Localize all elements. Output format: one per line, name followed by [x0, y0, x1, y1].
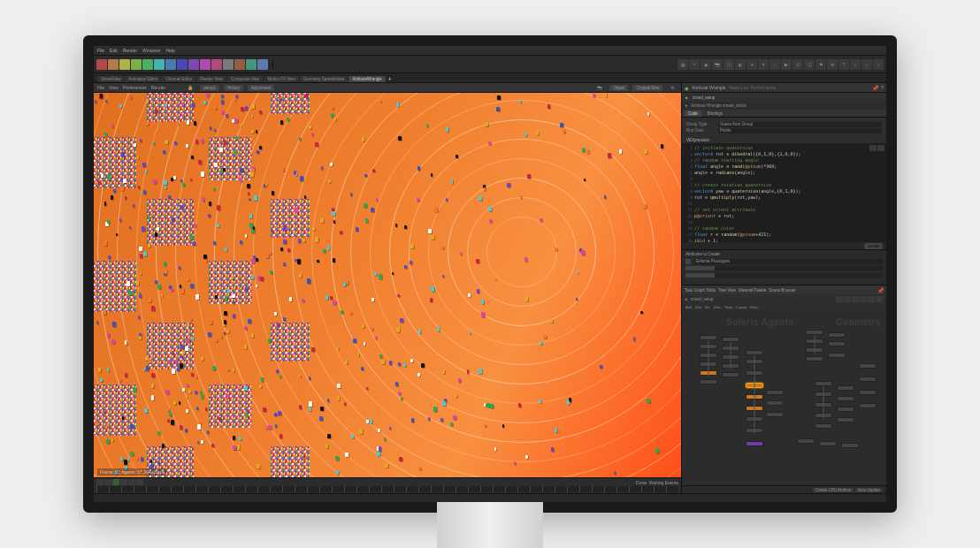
timeline-next-btn[interactable] — [120, 479, 127, 485]
nt-icon-4[interactable] — [860, 296, 867, 302]
nm-view[interactable]: View — [713, 305, 721, 309]
node-graph[interactable]: Solaris Agents Geometry — [682, 310, 886, 485]
nm-tools[interactable]: Tools — [724, 305, 732, 309]
graph-node[interactable] — [859, 377, 877, 382]
menu-edit[interactable]: Edit — [110, 48, 118, 53]
rp-tab-takes[interactable]: Takes List — [729, 85, 748, 90]
graph-node[interactable] — [841, 443, 859, 448]
nm-layout[interactable]: Layout — [736, 305, 746, 309]
vp-camera-pill[interactable]: persp1 — [200, 85, 219, 91]
shelf-scale-icon[interactable] — [142, 59, 153, 70]
shelf-shade-icon[interactable]: ◐ — [735, 59, 746, 70]
timeline-track[interactable] — [96, 486, 678, 492]
nt-icon-3[interactable] — [852, 296, 859, 302]
timeline-play-btn[interactable] — [112, 479, 119, 485]
shelf-render-icon[interactable]: ▶ — [781, 59, 792, 70]
graph-node[interactable] — [746, 441, 763, 446]
shelf-snap-icon[interactable]: ✧ — [689, 59, 700, 70]
graph-node[interactable] — [837, 396, 854, 401]
shelf-gear-icon[interactable]: ⚙ — [827, 59, 838, 70]
attr-checkbox[interactable] — [685, 259, 691, 264]
graph-node[interactable] — [859, 363, 877, 369]
graph-node[interactable] — [819, 441, 837, 446]
btn-auto-update[interactable]: Auto Update — [855, 488, 883, 492]
shelf-ctrl1-icon[interactable]: ○ — [850, 59, 861, 70]
subtab-code[interactable]: Code — [685, 110, 701, 117]
shelf-move-icon[interactable] — [119, 59, 130, 70]
lock-icon[interactable]: 🔒 — [185, 82, 195, 93]
nt-icon-5[interactable] — [868, 296, 875, 302]
shelf-sculpt-icon[interactable] — [223, 59, 234, 70]
shelf-wire-icon[interactable]: ◫ — [724, 59, 734, 70]
vp-size-pill[interactable]: Original Size — [632, 85, 662, 91]
vp-render[interactable]: Render — [151, 85, 165, 90]
graph-node[interactable] — [766, 390, 784, 395]
subtab-bindings[interactable]: Bindings — [704, 110, 726, 117]
graph-node[interactable] — [797, 438, 815, 444]
node-path[interactable]: crowd_setup — [691, 297, 714, 301]
shelf-set-icon[interactable]: ⚑ — [815, 59, 826, 70]
nm-go[interactable]: Go — [705, 305, 709, 309]
shelf-info-icon[interactable]: ⓘ — [804, 59, 815, 70]
timeline-last-btn[interactable] — [128, 479, 135, 485]
rp-tab-perf[interactable]: Performance — [751, 85, 777, 90]
run-over-field[interactable]: Points — [718, 128, 882, 133]
rp-breadcrumb[interactable]: ▸ Attribute Wrangle create_attribs — [682, 102, 886, 110]
tab-attrwrangle[interactable]: AttributeWrangle — [348, 76, 385, 82]
timeline-loop-btn[interactable] — [136, 479, 143, 485]
shelf-align-icon[interactable] — [188, 59, 199, 70]
graph-node[interactable] — [700, 335, 717, 340]
vp-prefs[interactable]: Preferences — [123, 85, 147, 90]
graph-node[interactable] — [806, 330, 823, 335]
shelf-grid-icon[interactable]: ▦ — [678, 59, 688, 70]
shelf-ctrl2-icon[interactable]: ○ — [861, 59, 872, 70]
graph-node[interactable] — [828, 353, 846, 358]
gear-icon[interactable]: ⚙ — [667, 82, 678, 93]
graph-node[interactable] — [859, 390, 877, 395]
graph-node[interactable] — [837, 407, 854, 412]
shelf-lasso-icon[interactable] — [108, 59, 119, 70]
graph-node[interactable] — [766, 400, 784, 406]
graph-node[interactable] — [859, 403, 877, 408]
menu-windows[interactable]: Windows — [142, 48, 160, 53]
shelf-view-icon[interactable]: ◉ — [701, 59, 711, 70]
nt-icon-2[interactable] — [844, 296, 851, 302]
graph-node[interactable] — [766, 412, 784, 417]
code-editor[interactable]: 12345678910111213141516171819 // initiat… — [682, 143, 886, 242]
shelf-rotate-icon[interactable] — [131, 59, 142, 70]
ntab-taskgraph[interactable]: Task Graph Table — [685, 288, 716, 293]
shelf-light-icon[interactable]: ☀ — [746, 59, 757, 70]
pin-icon[interactable]: 📌 — [872, 85, 878, 91]
editor-cook-icon[interactable] — [877, 145, 884, 151]
vp-view[interactable]: View — [109, 85, 119, 90]
graph-node[interactable] — [837, 417, 854, 422]
shelf-mask-icon[interactable] — [246, 59, 256, 70]
shelf-ctrl3-icon[interactable]: ○ — [873, 59, 884, 70]
graph-node[interactable] — [837, 385, 854, 391]
vp-object-pill[interactable]: Object — [609, 85, 628, 91]
menu-render[interactable]: Render — [123, 48, 137, 53]
tab-sceneview[interactable]: SceneView — [97, 76, 124, 82]
nm-edit[interactable]: Edit — [695, 305, 701, 309]
ntab-scenebrowser[interactable]: Scene Browser — [769, 288, 796, 293]
add-tab-icon[interactable]: + — [388, 76, 392, 82]
shelf-curve-icon[interactable] — [200, 59, 211, 70]
attr-slider-2[interactable] — [685, 273, 883, 278]
tab-channel[interactable]: Channel Editor — [162, 76, 195, 82]
timeline-first-btn[interactable] — [96, 479, 103, 485]
graph-node[interactable] — [828, 341, 846, 346]
ntab-material[interactable]: Material Palette — [739, 288, 766, 293]
btn-cpu-archive[interactable]: Create CPU Archive — [813, 488, 854, 492]
tab-animation[interactable]: Animation Editor — [125, 76, 161, 82]
graph-node[interactable] — [815, 381, 832, 386]
shelf-snap-icon[interactable] — [154, 59, 165, 70]
shelf-paint-icon[interactable] — [234, 59, 245, 70]
shelf-perf-icon[interactable]: ⏱ — [792, 59, 803, 70]
menu-file[interactable]: File — [97, 48, 104, 53]
nt-icon-1[interactable] — [836, 296, 843, 302]
timeline-prev-btn[interactable] — [104, 479, 111, 485]
shelf-brush-icon[interactable] — [211, 59, 222, 70]
shelf-select-icon[interactable] — [96, 59, 107, 70]
nm-add[interactable]: Add — [685, 305, 692, 309]
graph-node[interactable] — [722, 372, 739, 377]
